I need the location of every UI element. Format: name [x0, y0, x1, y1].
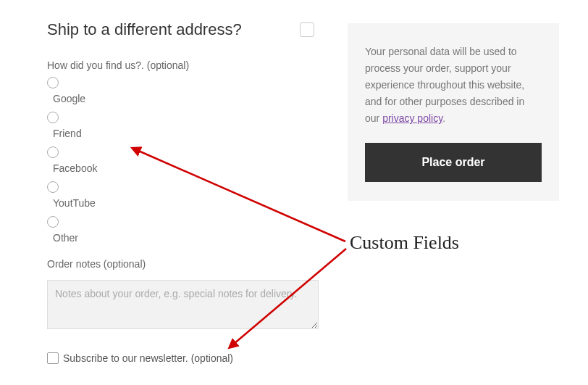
find-us-label: How did you find us?. (optional) [47, 59, 319, 71]
order-notes-input[interactable] [47, 280, 319, 329]
radio-label-youtube: YoutTube [53, 197, 319, 209]
privacy-text-suffix: . [442, 112, 445, 124]
radio-label-google: Google [53, 93, 319, 104]
radio-label-friend: Friend [53, 128, 319, 139]
radio-item-youtube: YoutTube [47, 181, 319, 209]
radio-friend[interactable] [47, 112, 59, 123]
order-notes-section: Order notes (optional) [47, 258, 319, 332]
order-notes-label: Order notes (optional) [47, 258, 319, 270]
radio-item-facebook: Facebook [47, 146, 319, 174]
radio-item-friend: Friend [47, 112, 319, 139]
newsletter-label: Subscribe to our newsletter. (optional) [63, 352, 233, 364]
privacy-policy-link[interactable]: privacy policy [382, 112, 442, 124]
find-us-group: How did you find us?. (optional) Google … [47, 59, 319, 244]
privacy-text: Your personal data will be used to proce… [365, 44, 542, 127]
ship-title: Ship to a different address? [47, 20, 242, 39]
privacy-box: Your personal data will be used to proce… [348, 23, 559, 201]
place-order-button[interactable]: Place order [365, 143, 542, 182]
radio-facebook[interactable] [47, 146, 59, 158]
radio-other[interactable] [47, 216, 59, 228]
newsletter-row: Subscribe to our newsletter. (optional) [47, 352, 319, 364]
radio-youtube[interactable] [47, 181, 59, 193]
ship-different-header: Ship to a different address? [47, 20, 319, 39]
radio-google[interactable] [47, 77, 59, 88]
annotation-custom-fields: Custom Fields [350, 232, 459, 254]
newsletter-checkbox[interactable] [47, 352, 59, 364]
radio-label-other: Other [53, 232, 319, 244]
radio-item-google: Google [47, 77, 319, 104]
radio-item-other: Other [47, 216, 319, 244]
ship-different-checkbox[interactable] [300, 22, 314, 37]
radio-label-facebook: Facebook [53, 162, 319, 174]
